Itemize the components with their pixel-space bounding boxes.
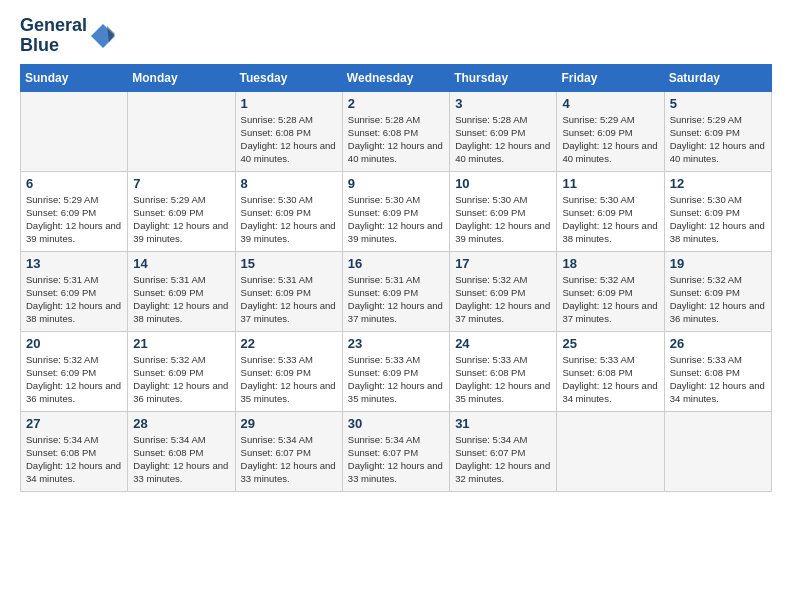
day-info: Sunrise: 5:34 AM Sunset: 6:08 PM Dayligh…	[26, 433, 122, 486]
week-row-1: 1Sunrise: 5:28 AM Sunset: 6:08 PM Daylig…	[21, 91, 772, 171]
day-number: 16	[348, 256, 444, 271]
day-info: Sunrise: 5:32 AM Sunset: 6:09 PM Dayligh…	[26, 353, 122, 406]
day-cell: 25Sunrise: 5:33 AM Sunset: 6:08 PM Dayli…	[557, 331, 664, 411]
day-info: Sunrise: 5:32 AM Sunset: 6:09 PM Dayligh…	[133, 353, 229, 406]
day-info: Sunrise: 5:30 AM Sunset: 6:09 PM Dayligh…	[670, 193, 766, 246]
day-cell: 14Sunrise: 5:31 AM Sunset: 6:09 PM Dayli…	[128, 251, 235, 331]
day-cell	[21, 91, 128, 171]
day-cell: 16Sunrise: 5:31 AM Sunset: 6:09 PM Dayli…	[342, 251, 449, 331]
day-cell: 4Sunrise: 5:29 AM Sunset: 6:09 PM Daylig…	[557, 91, 664, 171]
day-number: 20	[26, 336, 122, 351]
day-info: Sunrise: 5:30 AM Sunset: 6:09 PM Dayligh…	[455, 193, 551, 246]
logo: General Blue	[20, 16, 117, 56]
day-cell	[557, 411, 664, 491]
day-number: 4	[562, 96, 658, 111]
day-number: 30	[348, 416, 444, 431]
logo-icon	[89, 22, 117, 50]
logo-text: General Blue	[20, 16, 87, 56]
day-cell: 13Sunrise: 5:31 AM Sunset: 6:09 PM Dayli…	[21, 251, 128, 331]
day-number: 6	[26, 176, 122, 191]
day-info: Sunrise: 5:32 AM Sunset: 6:09 PM Dayligh…	[670, 273, 766, 326]
day-info: Sunrise: 5:34 AM Sunset: 6:07 PM Dayligh…	[241, 433, 337, 486]
day-info: Sunrise: 5:30 AM Sunset: 6:09 PM Dayligh…	[241, 193, 337, 246]
day-number: 12	[670, 176, 766, 191]
header-row: SundayMondayTuesdayWednesdayThursdayFrid…	[21, 64, 772, 91]
day-cell: 15Sunrise: 5:31 AM Sunset: 6:09 PM Dayli…	[235, 251, 342, 331]
column-header-friday: Friday	[557, 64, 664, 91]
day-cell: 22Sunrise: 5:33 AM Sunset: 6:09 PM Dayli…	[235, 331, 342, 411]
day-info: Sunrise: 5:34 AM Sunset: 6:07 PM Dayligh…	[348, 433, 444, 486]
day-cell: 29Sunrise: 5:34 AM Sunset: 6:07 PM Dayli…	[235, 411, 342, 491]
column-header-saturday: Saturday	[664, 64, 771, 91]
day-cell: 9Sunrise: 5:30 AM Sunset: 6:09 PM Daylig…	[342, 171, 449, 251]
day-info: Sunrise: 5:28 AM Sunset: 6:08 PM Dayligh…	[348, 113, 444, 166]
day-cell: 3Sunrise: 5:28 AM Sunset: 6:09 PM Daylig…	[450, 91, 557, 171]
day-number: 13	[26, 256, 122, 271]
day-number: 3	[455, 96, 551, 111]
page-header: General Blue	[20, 16, 772, 56]
day-number: 31	[455, 416, 551, 431]
column-header-thursday: Thursday	[450, 64, 557, 91]
day-cell	[664, 411, 771, 491]
day-number: 28	[133, 416, 229, 431]
day-number: 1	[241, 96, 337, 111]
day-info: Sunrise: 5:32 AM Sunset: 6:09 PM Dayligh…	[455, 273, 551, 326]
day-cell: 7Sunrise: 5:29 AM Sunset: 6:09 PM Daylig…	[128, 171, 235, 251]
calendar-header: SundayMondayTuesdayWednesdayThursdayFrid…	[21, 64, 772, 91]
column-header-wednesday: Wednesday	[342, 64, 449, 91]
day-info: Sunrise: 5:29 AM Sunset: 6:09 PM Dayligh…	[562, 113, 658, 166]
day-info: Sunrise: 5:29 AM Sunset: 6:09 PM Dayligh…	[670, 113, 766, 166]
day-number: 10	[455, 176, 551, 191]
day-cell: 1Sunrise: 5:28 AM Sunset: 6:08 PM Daylig…	[235, 91, 342, 171]
day-cell: 11Sunrise: 5:30 AM Sunset: 6:09 PM Dayli…	[557, 171, 664, 251]
calendar-body: 1Sunrise: 5:28 AM Sunset: 6:08 PM Daylig…	[21, 91, 772, 491]
day-info: Sunrise: 5:31 AM Sunset: 6:09 PM Dayligh…	[241, 273, 337, 326]
day-number: 2	[348, 96, 444, 111]
day-number: 23	[348, 336, 444, 351]
day-cell: 30Sunrise: 5:34 AM Sunset: 6:07 PM Dayli…	[342, 411, 449, 491]
day-cell: 20Sunrise: 5:32 AM Sunset: 6:09 PM Dayli…	[21, 331, 128, 411]
column-header-tuesday: Tuesday	[235, 64, 342, 91]
day-cell: 27Sunrise: 5:34 AM Sunset: 6:08 PM Dayli…	[21, 411, 128, 491]
day-number: 5	[670, 96, 766, 111]
day-number: 9	[348, 176, 444, 191]
day-cell: 10Sunrise: 5:30 AM Sunset: 6:09 PM Dayli…	[450, 171, 557, 251]
day-number: 26	[670, 336, 766, 351]
column-header-monday: Monday	[128, 64, 235, 91]
day-cell: 2Sunrise: 5:28 AM Sunset: 6:08 PM Daylig…	[342, 91, 449, 171]
day-info: Sunrise: 5:33 AM Sunset: 6:09 PM Dayligh…	[241, 353, 337, 406]
day-info: Sunrise: 5:32 AM Sunset: 6:09 PM Dayligh…	[562, 273, 658, 326]
day-number: 27	[26, 416, 122, 431]
day-cell: 19Sunrise: 5:32 AM Sunset: 6:09 PM Dayli…	[664, 251, 771, 331]
day-info: Sunrise: 5:33 AM Sunset: 6:08 PM Dayligh…	[670, 353, 766, 406]
day-number: 21	[133, 336, 229, 351]
day-info: Sunrise: 5:29 AM Sunset: 6:09 PM Dayligh…	[26, 193, 122, 246]
day-number: 25	[562, 336, 658, 351]
calendar-table: SundayMondayTuesdayWednesdayThursdayFrid…	[20, 64, 772, 492]
day-cell: 31Sunrise: 5:34 AM Sunset: 6:07 PM Dayli…	[450, 411, 557, 491]
day-cell: 12Sunrise: 5:30 AM Sunset: 6:09 PM Dayli…	[664, 171, 771, 251]
day-cell: 18Sunrise: 5:32 AM Sunset: 6:09 PM Dayli…	[557, 251, 664, 331]
day-number: 8	[241, 176, 337, 191]
day-cell	[128, 91, 235, 171]
day-cell: 24Sunrise: 5:33 AM Sunset: 6:08 PM Dayli…	[450, 331, 557, 411]
week-row-4: 20Sunrise: 5:32 AM Sunset: 6:09 PM Dayli…	[21, 331, 772, 411]
week-row-2: 6Sunrise: 5:29 AM Sunset: 6:09 PM Daylig…	[21, 171, 772, 251]
day-cell: 8Sunrise: 5:30 AM Sunset: 6:09 PM Daylig…	[235, 171, 342, 251]
day-cell: 23Sunrise: 5:33 AM Sunset: 6:09 PM Dayli…	[342, 331, 449, 411]
day-cell: 6Sunrise: 5:29 AM Sunset: 6:09 PM Daylig…	[21, 171, 128, 251]
day-number: 18	[562, 256, 658, 271]
day-cell: 5Sunrise: 5:29 AM Sunset: 6:09 PM Daylig…	[664, 91, 771, 171]
day-number: 29	[241, 416, 337, 431]
week-row-3: 13Sunrise: 5:31 AM Sunset: 6:09 PM Dayli…	[21, 251, 772, 331]
day-number: 24	[455, 336, 551, 351]
day-info: Sunrise: 5:33 AM Sunset: 6:09 PM Dayligh…	[348, 353, 444, 406]
day-number: 11	[562, 176, 658, 191]
day-info: Sunrise: 5:31 AM Sunset: 6:09 PM Dayligh…	[133, 273, 229, 326]
week-row-5: 27Sunrise: 5:34 AM Sunset: 6:08 PM Dayli…	[21, 411, 772, 491]
day-info: Sunrise: 5:31 AM Sunset: 6:09 PM Dayligh…	[348, 273, 444, 326]
day-number: 17	[455, 256, 551, 271]
day-info: Sunrise: 5:34 AM Sunset: 6:08 PM Dayligh…	[133, 433, 229, 486]
day-info: Sunrise: 5:34 AM Sunset: 6:07 PM Dayligh…	[455, 433, 551, 486]
day-info: Sunrise: 5:28 AM Sunset: 6:09 PM Dayligh…	[455, 113, 551, 166]
